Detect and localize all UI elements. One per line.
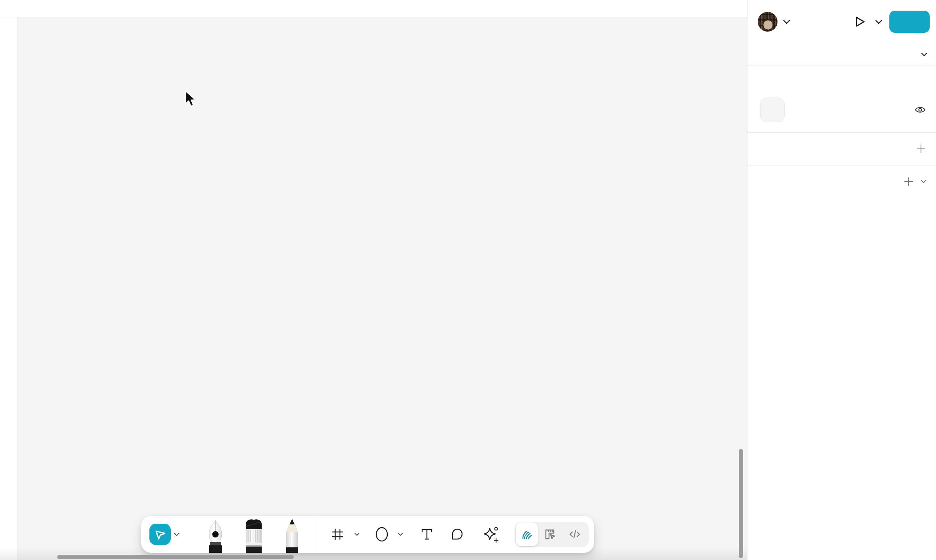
export-section	[747, 165, 936, 198]
vertical-scrollbar[interactable]	[739, 449, 743, 558]
measure-ruler-icon	[543, 528, 557, 541]
present-play-icon[interactable]	[855, 16, 866, 28]
horizontal-scrollbar[interactable]	[57, 555, 294, 559]
toolbar-divider	[510, 516, 510, 553]
sparkle-ai-icon[interactable]	[482, 526, 499, 543]
zoom-chevron-icon	[921, 53, 927, 56]
brush-tool[interactable]	[242, 517, 266, 553]
ellipse-tool-chevron-icon[interactable]	[398, 533, 403, 536]
styles-section	[747, 133, 936, 165]
toolbar-divider	[192, 516, 192, 553]
right-sidebar	[747, 0, 936, 560]
toolbar-divider	[318, 516, 318, 553]
draw-scribble-icon	[520, 528, 534, 541]
page-fill-row[interactable]	[747, 98, 936, 122]
export-chevron-icon[interactable]	[921, 180, 927, 184]
share-button[interactable]	[889, 11, 930, 33]
select-tool-chevron-icon[interactable]	[174, 532, 180, 536]
measure-mode-button[interactable]	[538, 522, 562, 547]
ruler-left	[0, 0, 17, 560]
bottom-toolbar	[141, 516, 594, 553]
mode-switch-group	[515, 522, 589, 547]
frame-tool-chevron-icon[interactable]	[354, 533, 360, 536]
account-chevron-icon[interactable]	[783, 20, 790, 24]
fill-visibility-eye-icon[interactable]	[914, 105, 927, 115]
select-cursor-icon	[153, 528, 167, 541]
ellipse-tool-icon[interactable]	[375, 526, 389, 543]
draw-mode-button[interactable]	[516, 522, 538, 546]
canvas[interactable]	[0, 0, 747, 560]
dev-mode-button[interactable]	[562, 522, 587, 547]
present-chevron-icon[interactable]	[875, 20, 882, 24]
frame-tool-icon[interactable]	[330, 527, 345, 541]
zoom-control[interactable]	[915, 53, 927, 56]
avatar[interactable]	[758, 12, 777, 32]
text-tool-icon[interactable]	[419, 527, 434, 542]
add-export-plus-icon[interactable]	[903, 176, 914, 187]
ruler-top	[0, 0, 747, 17]
page-section	[747, 66, 936, 132]
pencil-tool[interactable]	[281, 518, 303, 553]
comment-bubble-icon[interactable]	[449, 527, 464, 542]
pen-nib-tool[interactable]	[204, 519, 226, 553]
add-style-plus-icon[interactable]	[915, 143, 927, 154]
fill-color-swatch[interactable]	[760, 98, 785, 122]
select-tool-button[interactable]	[149, 524, 171, 545]
mouse-cursor-icon	[185, 90, 200, 108]
dev-code-icon	[568, 528, 581, 541]
